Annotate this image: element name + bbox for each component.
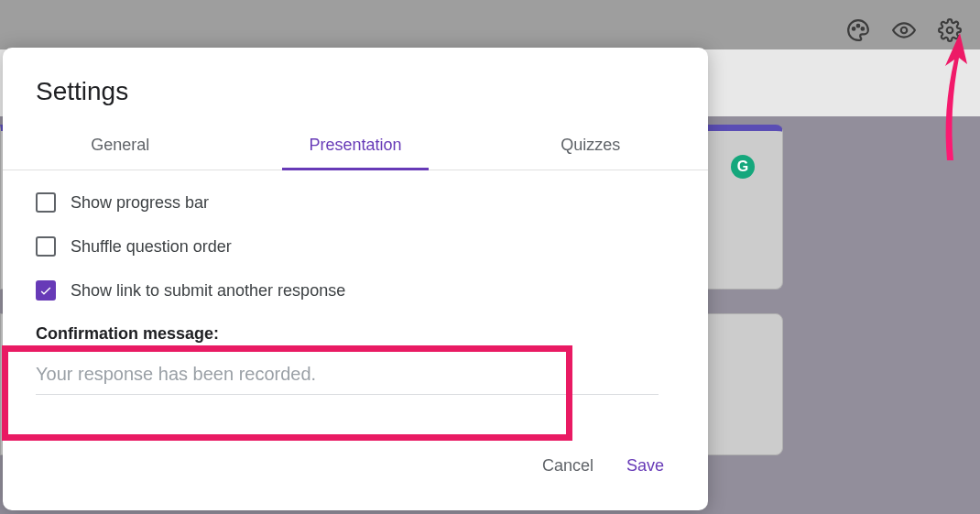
checkbox-label: Shuffle question order [71, 237, 232, 257]
dialog-body: Show progress bar Shuffle question order… [3, 170, 708, 451]
tabs: General Presentation Quizzes [3, 123, 708, 170]
option-progress-bar: Show progress bar [36, 192, 675, 213]
svg-point-2 [862, 27, 865, 30]
svg-point-3 [901, 27, 908, 34]
annotation-arrow [929, 27, 975, 165]
eye-icon[interactable] [892, 18, 916, 42]
save-button[interactable]: Save [623, 451, 668, 481]
checkbox-shuffle[interactable] [36, 236, 56, 257]
palette-icon[interactable] [846, 18, 870, 42]
confirmation-label: Confirmation message: [36, 324, 675, 344]
settings-dialog: Settings General Presentation Quizzes Sh… [3, 48, 708, 510]
grammarly-badge: G [731, 155, 755, 179]
svg-point-0 [853, 27, 855, 30]
confirmation-section: Confirmation message: [36, 324, 675, 395]
checkbox-label: Show progress bar [71, 193, 209, 213]
tab-quizzes[interactable]: Quizzes [473, 123, 708, 170]
cancel-button[interactable]: Cancel [539, 451, 597, 481]
dialog-title: Settings [3, 48, 708, 123]
tab-general[interactable]: General [3, 123, 238, 170]
option-shuffle: Shuffle question order [36, 236, 675, 257]
tab-presentation[interactable]: Presentation [238, 123, 474, 170]
confirmation-input[interactable] [36, 360, 659, 395]
checkbox-label: Show link to submit another response [71, 281, 345, 301]
svg-point-1 [857, 25, 860, 27]
checkbox-submit-another[interactable] [36, 280, 56, 301]
option-submit-another: Show link to submit another response [36, 280, 675, 301]
dialog-footer: Cancel Save [3, 451, 708, 510]
checkbox-progress-bar[interactable] [36, 192, 56, 213]
